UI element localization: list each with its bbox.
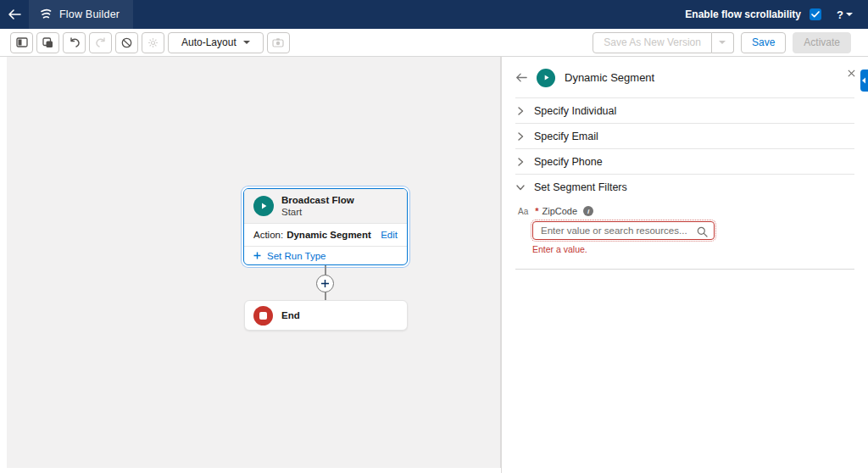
end-node[interactable]: End	[244, 300, 408, 331]
navbar: Flow Builder Enable flow scrollability ?	[0, 0, 868, 29]
back-button[interactable]	[0, 0, 29, 29]
chevron-right-icon	[515, 132, 526, 141]
panel-toggle-icon	[16, 37, 28, 47]
activate-button[interactable]: Activate	[793, 32, 851, 53]
section-label: Specify Individual	[534, 105, 616, 117]
save-as-new-version-button[interactable]: Save As New Version	[593, 32, 712, 53]
toolbar-right-group: Save As New Version Save Activate	[593, 32, 851, 53]
section-set-segment-filters[interactable]: Set Segment Filters	[502, 175, 868, 200]
navbar-right: Enable flow scrollability ?	[685, 8, 868, 21]
undo-icon	[69, 37, 81, 48]
start-node-subtitle: Start	[281, 206, 354, 218]
required-asterisk: *	[535, 206, 538, 216]
segment-play-icon	[537, 69, 555, 87]
snapshot-button[interactable]	[267, 32, 290, 53]
edit-action-link[interactable]: Edit	[381, 230, 398, 240]
action-prefix: Action:	[253, 230, 283, 240]
layout-mode-label: Auto-Layout	[181, 36, 236, 48]
flow-scrollability-label: Enable flow scrollability	[685, 8, 801, 20]
section-divider	[515, 269, 854, 270]
section-label: Specify Email	[534, 131, 598, 142]
section-label: Set Segment Filters	[534, 181, 627, 193]
section-specify-individual[interactable]: Specify Individual	[502, 98, 868, 124]
end-node-label: End	[281, 310, 300, 320]
chevron-right-icon	[515, 107, 526, 115]
section-specify-phone[interactable]: Specify Phone	[502, 149, 868, 175]
chevron-down-icon	[243, 41, 250, 44]
zipcode-error-text: Enter a value.	[532, 244, 854, 254]
zipcode-input-wrap	[532, 221, 715, 240]
add-element-icon	[320, 279, 330, 288]
camera-icon	[272, 37, 284, 47]
disable-flow-button[interactable]	[115, 32, 138, 53]
toolbar-left-group: Auto-Layout	[10, 32, 290, 53]
flow-canvas[interactable]: Broadcast Flow Start Action: Dynamic Seg…	[0, 57, 501, 473]
start-node-header[interactable]: Broadcast Flow Start	[244, 189, 407, 223]
search-icon	[697, 225, 708, 241]
undo-button[interactable]	[63, 32, 86, 53]
zipcode-label: ZipCode	[542, 206, 578, 216]
panel-back-button[interactable]	[515, 73, 527, 82]
property-editor-panel: Dynamic Segment Specify Individual Speci…	[501, 57, 868, 473]
end-stop-icon	[253, 306, 273, 326]
flow-builder-logo-icon	[39, 8, 53, 21]
arrow-left-icon	[515, 73, 527, 82]
set-run-type-label: Set Run Type	[267, 251, 326, 261]
prohibit-icon	[121, 37, 132, 48]
triangle-left-icon	[861, 77, 866, 84]
gear-icon	[147, 37, 159, 48]
action-name: Dynamic Segment	[287, 230, 371, 240]
zipcode-input[interactable]	[532, 221, 715, 240]
save-as-split-button: Save As New Version	[593, 32, 734, 53]
plus-icon	[253, 252, 261, 259]
chevron-down-icon	[846, 13, 853, 16]
help-menu-button[interactable]: ?	[837, 8, 853, 21]
save-as-dropdown-button[interactable]	[712, 32, 734, 53]
app-logo-tab[interactable]: Flow Builder	[29, 0, 133, 29]
copy-icon	[42, 37, 53, 48]
section-specify-email[interactable]: Specify Email	[502, 124, 868, 149]
panel-close-button[interactable]	[845, 64, 858, 83]
chevron-down-icon	[515, 183, 526, 192]
help-label: ?	[837, 8, 843, 21]
redo-button[interactable]	[89, 32, 112, 53]
start-node-title: Broadcast Flow	[281, 194, 354, 206]
panel-title: Dynamic Segment	[565, 71, 654, 84]
chevron-right-icon	[515, 158, 526, 166]
layout-mode-dropdown[interactable]: Auto-Layout	[168, 32, 264, 53]
canvas-surface[interactable]: Broadcast Flow Start Action: Dynamic Seg…	[7, 57, 501, 468]
settings-button[interactable]	[142, 32, 164, 53]
toolbar: Auto-Layout Save As New Version Save Act…	[0, 29, 868, 57]
start-play-icon	[253, 196, 274, 216]
section-label: Specify Phone	[534, 156, 603, 168]
redo-icon	[95, 37, 107, 48]
chevron-down-icon	[719, 41, 726, 44]
close-icon	[847, 69, 856, 78]
start-node-action-row: Action: Dynamic Segment Edit	[244, 223, 407, 246]
set-run-type-link[interactable]: Set Run Type	[244, 246, 407, 264]
checkmark-icon	[811, 11, 820, 18]
app-title: Flow Builder	[59, 8, 120, 20]
panel-expand-handle[interactable]	[860, 70, 868, 92]
info-icon[interactable]: i	[583, 206, 593, 216]
zipcode-label-row: Aa * ZipCode i	[518, 206, 854, 216]
toggle-toolbox-button[interactable]	[10, 32, 33, 53]
copy-elements-button[interactable]	[36, 32, 59, 53]
start-node[interactable]: Broadcast Flow Start Action: Dynamic Seg…	[243, 188, 408, 265]
flow-scrollability-checkbox[interactable]	[810, 8, 821, 20]
add-element-button[interactable]	[316, 275, 334, 292]
zipcode-field-block: Aa * ZipCode i Enter a value.	[502, 200, 868, 254]
text-type-icon: Aa	[518, 207, 528, 216]
save-button[interactable]: Save	[741, 32, 786, 53]
arrow-left-icon	[8, 9, 21, 19]
panel-header: Dynamic Segment	[502, 57, 868, 98]
